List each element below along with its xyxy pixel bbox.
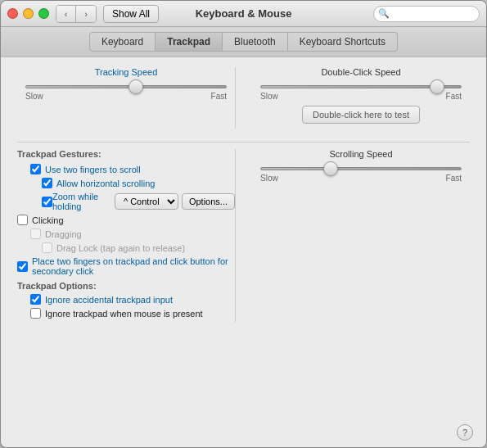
titlebar: ‹ › Show All Keyboard & Mouse 🔍 — [1, 1, 486, 27]
clicking-checkbox[interactable] — [17, 215, 28, 225]
forward-button[interactable]: › — [76, 6, 96, 22]
close-button[interactable] — [7, 8, 18, 19]
clicking-row: Clicking — [17, 215, 235, 225]
tracking-speed-thumb[interactable] — [129, 79, 143, 94]
window-buttons — [7, 8, 49, 19]
ignore-when-mouse-label: Ignore trackpad when mouse is present — [45, 309, 203, 319]
minimize-button[interactable] — [23, 8, 34, 19]
tracking-speed-label: Tracking Speed — [17, 67, 235, 77]
help-button[interactable]: ? — [457, 424, 473, 441]
allow-horizontal-label: Allow horizontal scrolling — [56, 179, 155, 188]
allow-horizontal-checkbox[interactable] — [42, 178, 52, 188]
nav-buttons: ‹ › — [56, 5, 97, 23]
tracking-slow-label: Slow — [25, 92, 43, 101]
tracking-fast-label: Fast — [211, 92, 227, 101]
secondary-click-label: Place two fingers on trackpad and click … — [32, 256, 235, 276]
allow-horizontal-row: Allow horizontal scrolling — [42, 178, 235, 188]
trackpad-gestures-heading: Trackpad Gestures: — [17, 149, 235, 159]
use-two-fingers-checkbox[interactable] — [30, 164, 41, 174]
double-click-speed-col: Double-Click Speed Slow Fast Double-clic… — [235, 67, 470, 129]
clicking-label: Clicking — [32, 215, 64, 225]
dragging-label: Dragging — [45, 229, 82, 239]
tracking-speed-labels: Slow Fast — [25, 92, 227, 101]
options-button[interactable]: Options... — [182, 193, 235, 210]
scrolling-speed-label: Scrolling Speed — [252, 149, 470, 159]
tab-bluetooth[interactable]: Bluetooth — [223, 32, 288, 52]
double-click-track — [260, 85, 462, 88]
drag-lock-checkbox[interactable] — [42, 242, 52, 253]
zoom-while-holding-label: Zoom while holding — [52, 192, 110, 211]
zoom-while-holding-checkbox[interactable] — [42, 197, 52, 207]
tracking-speed-col: Tracking Speed Slow Fast — [17, 67, 235, 129]
ignore-accidental-checkbox[interactable] — [30, 294, 41, 305]
scrolling-slow-label: Slow — [260, 174, 278, 183]
gestures-row: Trackpad Gestures: Use two fingers to sc… — [17, 149, 470, 322]
tab-keyboard-shortcuts[interactable]: Keyboard Shortcuts — [288, 32, 398, 52]
window-title: Keyboard & Mouse — [196, 7, 292, 20]
dragging-row: Dragging — [30, 229, 235, 239]
ignore-accidental-row: Ignore accidental trackpad input — [30, 294, 235, 305]
maximize-button[interactable] — [38, 8, 49, 19]
double-click-test-button[interactable]: Double-click here to test — [302, 106, 420, 124]
zoom-dropdown[interactable]: ^ Control — [115, 193, 178, 210]
speed-row: Tracking Speed Slow Fast Double-Click Sp… — [17, 67, 470, 129]
double-click-speed-slider[interactable]: Slow Fast — [260, 85, 462, 101]
scrolling-speed-col: Scrolling Speed Slow Fast — [235, 149, 470, 322]
zoom-while-holding-row: Zoom while holding ^ Control Options... — [42, 192, 235, 211]
dragging-checkbox[interactable] — [30, 229, 41, 239]
back-button[interactable]: ‹ — [56, 6, 76, 22]
content-area: Tracking Speed Slow Fast Double-Click Sp… — [1, 57, 486, 418]
search-box: 🔍 — [373, 6, 480, 22]
tab-trackpad[interactable]: Trackpad — [156, 32, 223, 52]
double-click-speed-label: Double-Click Speed — [252, 67, 470, 77]
double-click-fast-label: Fast — [446, 92, 462, 101]
scrolling-speed-labels: Slow Fast — [260, 174, 462, 183]
tab-keyboard[interactable]: Keyboard — [89, 32, 156, 52]
main-window: ‹ › Show All Keyboard & Mouse 🔍 Keyboard… — [0, 0, 487, 448]
double-click-thumb[interactable] — [430, 79, 444, 94]
divider-1 — [17, 142, 470, 143]
secondary-click-checkbox[interactable] — [17, 261, 28, 272]
search-icon: 🔍 — [378, 8, 390, 19]
drag-lock-label: Drag Lock (tap again to release) — [56, 243, 185, 253]
trackpad-options-heading: Trackpad Options: — [17, 281, 235, 291]
double-click-speed-labels: Slow Fast — [260, 92, 462, 101]
use-two-fingers-row: Use two fingers to scroll — [30, 164, 235, 174]
ignore-when-mouse-checkbox[interactable] — [30, 308, 41, 319]
secondary-click-row: Place two fingers on trackpad and click … — [17, 256, 235, 276]
scrolling-speed-slider[interactable]: Slow Fast — [260, 167, 462, 183]
show-all-button[interactable]: Show All — [103, 5, 159, 23]
tracking-speed-track — [25, 85, 227, 88]
scrolling-speed-track — [260, 167, 462, 170]
ignore-when-mouse-row: Ignore trackpad when mouse is present — [30, 308, 235, 319]
tabs-toolbar: Keyboard Trackpad Bluetooth Keyboard Sho… — [1, 27, 486, 57]
scrolling-speed-thumb[interactable] — [323, 161, 338, 176]
ignore-accidental-label: Ignore accidental trackpad input — [45, 295, 173, 305]
tracking-speed-slider[interactable]: Slow Fast — [25, 85, 227, 101]
bottom-bar: ? — [1, 418, 486, 447]
drag-lock-row: Drag Lock (tap again to release) — [42, 242, 235, 253]
gestures-left-col: Trackpad Gestures: Use two fingers to sc… — [17, 149, 235, 322]
scrolling-fast-label: Fast — [446, 174, 462, 183]
use-two-fingers-label: Use two fingers to scroll — [45, 165, 141, 174]
double-click-slow-label: Slow — [260, 92, 278, 101]
